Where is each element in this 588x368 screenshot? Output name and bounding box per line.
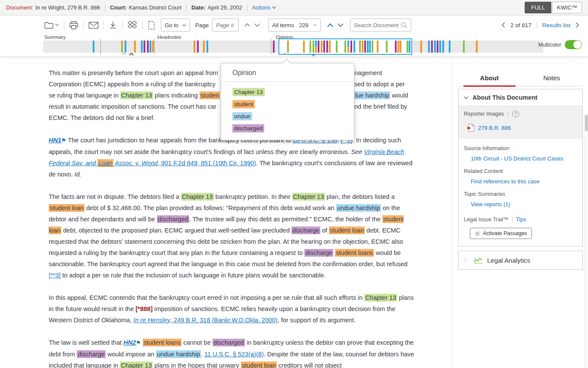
timeline-tick[interactable]: [347, 41, 349, 53]
next-page-button[interactable]: [252, 22, 262, 28]
timeline-tick[interactable]: [310, 41, 311, 53]
timeline-tick[interactable]: [428, 41, 430, 53]
popup-term[interactable]: student: [232, 101, 354, 107]
timeline-tick[interactable]: [353, 41, 355, 53]
previous-result-button[interactable]: [500, 21, 507, 29]
timeline-tick[interactable]: [377, 41, 378, 53]
vertical-scrollbar[interactable]: [584, 114, 588, 368]
inline-link[interactable]: HN1: [49, 137, 61, 144]
timeline-tick[interactable]: [194, 41, 195, 53]
about-panel-header[interactable]: About This Document: [459, 89, 582, 106]
timeline-tick[interactable]: [321, 41, 322, 53]
kwic-view-button[interactable]: KWIC™: [552, 2, 582, 13]
timeline-tick[interactable]: [397, 41, 399, 53]
timeline-tick[interactable]: [287, 41, 289, 53]
goto-dropdown[interactable]: Go to: [161, 19, 190, 31]
reporter-pdf-link-row[interactable]: 279 B.R. 886: [467, 123, 577, 132]
popup-term[interactable]: Chapter 13: [232, 89, 354, 95]
dropbox-button[interactable]: [126, 20, 138, 31]
timeline-tick[interactable]: [364, 41, 366, 53]
previous-term-button[interactable]: [325, 22, 335, 28]
timeline-tick[interactable]: [434, 41, 436, 53]
inline-link[interactable]: 11 U.S.C. § 523(a)(8): [204, 351, 264, 358]
timeline-tick[interactable]: [407, 41, 408, 53]
timeline-bar[interactable]: [43, 41, 543, 53]
topic-summaries-link[interactable]: View reports (1): [471, 201, 577, 208]
timeline-tick[interactable]: [336, 41, 338, 53]
inline-link[interactable]: HN2: [123, 339, 136, 346]
timeline-tick[interactable]: [203, 41, 205, 53]
timeline-tick[interactable]: [93, 41, 94, 53]
inline-link[interactable]: , 901 F.2d 849, 851 (10th Cir. 1990): [158, 160, 256, 167]
inline-link[interactable]: In re Hensley: [133, 317, 170, 324]
timeline-tick[interactable]: [476, 41, 478, 53]
timeline-tick[interactable]: [125, 41, 126, 53]
source-information-link[interactable]: 10th Circuit - US District Court Cases: [471, 155, 577, 162]
timeline-tick[interactable]: [326, 41, 328, 53]
reporter-citation-link[interactable]: 279 B.R. 886: [478, 125, 511, 131]
timeline-tick[interactable]: [134, 41, 136, 53]
timeline-tick[interactable]: [463, 41, 465, 53]
inline-link[interactable]: , 249 B.R. 318 (Bankr.W.D.Okla. 2000): [170, 317, 278, 324]
timeline-tick[interactable]: [344, 41, 346, 53]
previous-page-button[interactable]: [242, 22, 252, 28]
folder-button[interactable]: [43, 20, 60, 30]
timeline-tick[interactable]: [197, 41, 199, 53]
timeline-tick[interactable]: [367, 41, 369, 53]
timeline-tick[interactable]: [273, 41, 275, 53]
timeline-tick[interactable]: [313, 41, 314, 53]
multicolor-toggle[interactable]: [565, 40, 582, 49]
legal-analytics-panel[interactable]: 〉 Legal Analytics: [458, 251, 583, 270]
activate-passages-button[interactable]: Activate Passages: [470, 228, 532, 239]
next-term-button[interactable]: [335, 22, 346, 28]
timeline-tick[interactable]: [409, 41, 410, 53]
timeline-tick[interactable]: [439, 41, 441, 53]
popup-term[interactable]: undue: [232, 113, 354, 120]
timeline-tick[interactable]: [449, 41, 450, 53]
scrollbar-thumb[interactable]: [585, 115, 588, 131]
timeline-tick[interactable]: [437, 41, 438, 53]
timeline-tick[interactable]: [318, 41, 319, 53]
full-view-button[interactable]: FULL: [525, 2, 551, 13]
print-button[interactable]: [68, 20, 79, 30]
timeline-tick[interactable]: [395, 41, 397, 53]
tab-notes[interactable]: Notes: [521, 74, 583, 86]
timeline-tick[interactable]: [323, 41, 325, 53]
timeline-tick[interactable]: [141, 41, 143, 53]
page-number-input[interactable]: [216, 22, 235, 28]
timeline-tick[interactable]: [362, 41, 363, 53]
timeline-tick[interactable]: [144, 41, 145, 53]
help-icon[interactable]: ?: [512, 110, 519, 117]
timeline-caret[interactable]: ^: [129, 53, 134, 57]
timeline-tick[interactable]: [315, 41, 317, 53]
results-list-link[interactable]: Results list: [542, 22, 570, 28]
timeline-tick[interactable]: [442, 41, 444, 53]
search-terms-dropdown[interactable]: All terms 228: [268, 19, 320, 31]
timeline-tick[interactable]: [420, 41, 422, 53]
timeline-tick[interactable]: [372, 41, 373, 53]
timeline-tick[interactable]: [150, 41, 151, 53]
tab-about[interactable]: About: [458, 74, 521, 86]
timeline-tick[interactable]: [359, 41, 361, 53]
popup-term[interactable]: discharged: [232, 125, 354, 132]
inline-link[interactable]: [**3]: [49, 272, 60, 279]
search-document-field[interactable]: [350, 19, 411, 31]
actions-menu[interactable]: Actions: [252, 4, 277, 11]
tips-link[interactable]: Tips: [516, 216, 526, 223]
timeline-tick[interactable]: [386, 41, 388, 53]
related-content-link[interactable]: Find references to this case: [471, 178, 577, 185]
inline-link[interactable]: Loan: [97, 159, 113, 167]
next-result-button[interactable]: [574, 21, 581, 29]
timeline-tick[interactable]: [152, 41, 154, 53]
timeline-tick[interactable]: [121, 41, 123, 53]
timeline-tick[interactable]: [147, 41, 149, 53]
page-number-field[interactable]: [212, 19, 239, 31]
timeline-caret[interactable]: ^: [122, 53, 126, 57]
timeline-caret[interactable]: ^: [283, 53, 287, 57]
search-document-input[interactable]: [354, 22, 400, 28]
timeline-tick[interactable]: [350, 41, 352, 53]
timeline-tick[interactable]: [369, 41, 371, 53]
timeline-tick[interactable]: [400, 41, 401, 53]
inline-link[interactable]: Assoc. v. Wood: [113, 160, 158, 167]
timeline-tick[interactable]: [206, 41, 208, 53]
